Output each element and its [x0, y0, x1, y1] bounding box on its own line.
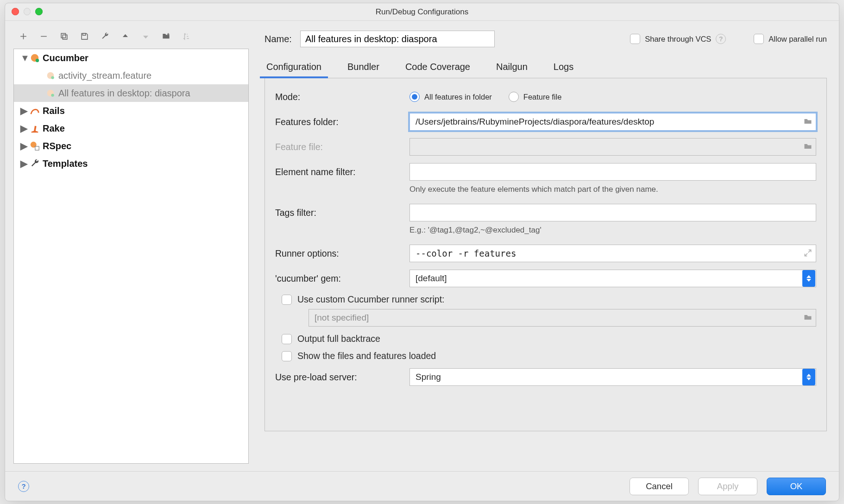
share-vcs-checkbox[interactable]: Share through VCS ? — [630, 34, 726, 44]
runner-options-input[interactable] — [409, 245, 816, 262]
select-arrows-icon — [802, 270, 815, 287]
browse-folder-icon[interactable] — [803, 117, 813, 128]
runner-options-label: Runner options: — [275, 248, 409, 259]
browse-folder-icon — [803, 313, 813, 324]
use-custom-runner-checkbox[interactable]: Use custom Cucumber runner script: — [282, 294, 816, 305]
svg-rect-10 — [35, 146, 39, 150]
tab-logs[interactable]: Logs — [552, 59, 575, 78]
cancel-button[interactable]: Cancel — [630, 478, 689, 495]
expand-icon[interactable] — [803, 248, 813, 259]
tree-node-rails[interactable]: ▶ Rails — [14, 102, 248, 120]
dialog-window: Run/Debug Configurations ▼ Cucumber — [5, 3, 839, 501]
cucumber-icon — [30, 53, 40, 63]
configuration-name-input[interactable] — [300, 31, 495, 47]
cucumber-file-icon — [45, 88, 56, 98]
rake-icon — [30, 123, 40, 133]
checkbox-label: Use custom Cucumber runner script: — [297, 294, 445, 305]
move-down-icon[interactable] — [140, 31, 151, 41]
tab-bundler[interactable]: Bundler — [346, 59, 381, 78]
tree-node-templates[interactable]: ▶ Templates — [14, 155, 248, 172]
feature-file-label: Feature file: — [275, 142, 409, 152]
checkbox-icon — [282, 295, 292, 305]
element-filter-label: Element name filter: — [275, 167, 409, 177]
preload-server-select[interactable]: Spring — [409, 368, 816, 386]
sort-icon[interactable] — [181, 31, 191, 41]
left-panel: ▼ Cucumber activity_stream.feature All f… — [5, 21, 253, 471]
tree-node-feature-1[interactable]: activity_stream.feature — [14, 67, 248, 84]
tree-label: activity_stream.feature — [58, 70, 151, 81]
zoom-window-button[interactable] — [35, 8, 43, 15]
tab-code-coverage[interactable]: Code Coverage — [403, 59, 472, 78]
folder-plus-icon[interactable] — [161, 31, 171, 41]
tags-filter-input[interactable] — [409, 204, 816, 221]
tree-label: Rails — [43, 106, 65, 116]
allow-parallel-checkbox[interactable]: Allow parallel run — [754, 34, 827, 44]
copy-icon[interactable] — [59, 31, 69, 41]
rspec-icon — [30, 141, 40, 151]
apply-button[interactable]: Apply — [698, 478, 757, 495]
window-title: Run/Debug Configurations — [376, 7, 468, 17]
wrench-icon[interactable] — [100, 31, 110, 41]
chevron-right-icon: ▶ — [20, 105, 27, 116]
right-panel: Name: Share through VCS ? Allow parallel… — [253, 21, 839, 471]
titlebar: Run/Debug Configurations — [5, 3, 839, 21]
cucumber-gem-label: 'cucumber' gem: — [275, 273, 409, 284]
tab-configuration[interactable]: Configuration — [265, 59, 323, 78]
dialog-footer: ? Cancel Apply OK — [5, 471, 839, 501]
show-files-checkbox[interactable]: Show the files and features loaded — [282, 351, 816, 361]
cucumber-gem-select[interactable]: [default] — [409, 270, 816, 287]
vertical-scrollbar[interactable] — [829, 46, 837, 466]
tree-label: Templates — [43, 158, 88, 169]
custom-runner-path-input — [309, 309, 816, 327]
help-icon[interactable]: ? — [716, 34, 726, 44]
allow-parallel-label: Allow parallel run — [768, 35, 827, 44]
feature-file-input — [409, 138, 816, 156]
tree-label: Cucumber — [43, 53, 88, 63]
radio-label: Feature file — [523, 93, 562, 101]
move-up-icon[interactable] — [120, 31, 130, 41]
ok-button[interactable]: OK — [767, 478, 826, 495]
name-label: Name: — [265, 34, 292, 44]
output-backtrace-checkbox[interactable]: Output full backtrace — [282, 334, 816, 344]
configs-toolbar — [13, 28, 249, 44]
chevron-right-icon: ▶ — [20, 140, 27, 151]
features-folder-input[interactable] — [409, 113, 816, 131]
tree-node-rspec[interactable]: ▶ RSpec — [14, 137, 248, 155]
tree-label: Rake — [43, 123, 65, 134]
help-button[interactable]: ? — [18, 481, 29, 492]
element-filter-input[interactable] — [409, 163, 816, 181]
wrench-icon — [30, 158, 40, 169]
remove-icon[interactable] — [38, 31, 49, 41]
features-folder-label: Features folder: — [275, 117, 409, 127]
tree-node-cucumber[interactable]: ▼ Cucumber — [14, 49, 248, 67]
select-value: Spring — [416, 372, 441, 382]
tree-label: All features in desktop: diaspora — [58, 88, 190, 99]
checkbox-icon — [630, 34, 640, 44]
mode-feature-file-radio[interactable]: Feature file — [509, 92, 562, 102]
chevron-right-icon: ▶ — [20, 158, 27, 169]
chevron-right-icon: ▶ — [20, 123, 27, 134]
tab-bar: Configuration Bundler Code Coverage Nail… — [265, 59, 827, 78]
preload-server-label: Use pre-load server: — [275, 372, 409, 383]
svg-point-6 — [51, 76, 54, 79]
svg-rect-1 — [61, 33, 66, 38]
radio-on-icon — [409, 92, 420, 102]
close-window-button[interactable] — [12, 8, 19, 15]
mode-all-features-radio[interactable]: All features in folder — [409, 92, 492, 102]
radio-off-icon — [509, 92, 519, 102]
element-filter-hint: Only execute the feature elements which … — [409, 185, 816, 194]
minimize-window-button[interactable] — [24, 8, 31, 15]
tags-filter-label: Tags filter: — [275, 208, 409, 218]
config-tree[interactable]: ▼ Cucumber activity_stream.feature All f… — [13, 49, 249, 464]
add-icon[interactable] — [18, 31, 28, 41]
chevron-down-icon: ▼ — [20, 53, 27, 63]
tree-node-feature-2-selected[interactable]: All features in desktop: diaspora — [14, 84, 248, 102]
save-icon[interactable] — [79, 31, 89, 41]
checkbox-icon — [754, 34, 764, 44]
tree-label: RSpec — [43, 141, 71, 151]
tab-nailgun[interactable]: Nailgun — [494, 59, 529, 78]
cucumber-file-icon — [45, 70, 56, 81]
tree-node-rake[interactable]: ▶ Rake — [14, 120, 248, 137]
select-value: [default] — [416, 273, 447, 284]
browse-folder-icon — [803, 142, 813, 153]
